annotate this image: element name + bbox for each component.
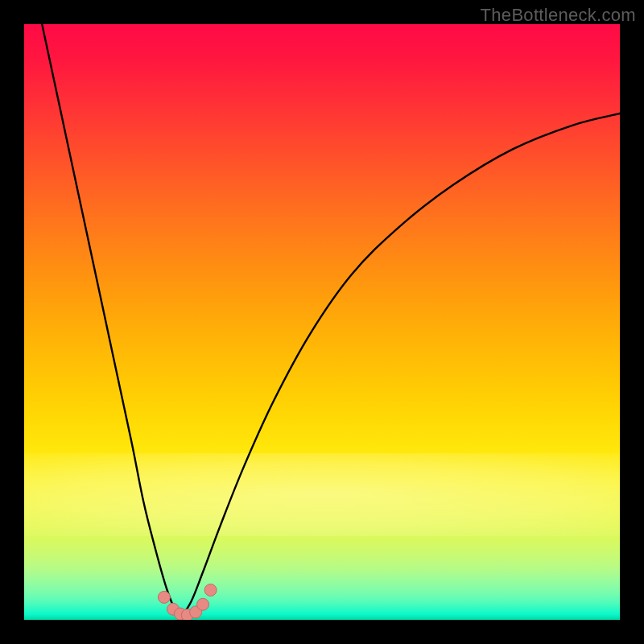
chart-frame: TheBottleneck.com	[0, 0, 644, 644]
right-branch-curve	[179, 114, 620, 620]
plot-area	[24, 24, 620, 620]
watermark-text: TheBottleneck.com	[481, 5, 636, 26]
valley-marker	[158, 591, 170, 603]
chart-svg	[24, 24, 620, 620]
valley-marker	[197, 598, 209, 610]
valley-marker	[204, 584, 217, 597]
left-branch-curve	[42, 24, 179, 620]
